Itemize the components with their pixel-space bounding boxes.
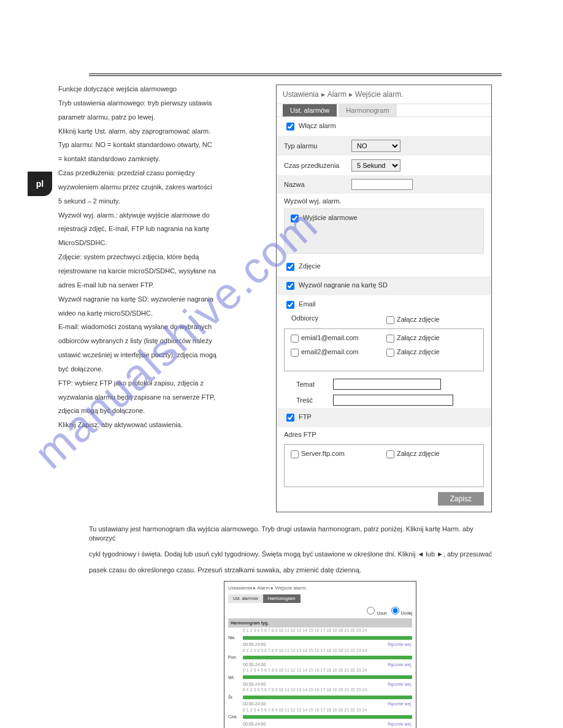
p: rejestracji zdjęć, E-mail, FTP lub nagra… — [58, 224, 270, 233]
content-input[interactable] — [333, 395, 453, 406]
p: wideo na kartę microSD/SDHC. — [58, 309, 270, 318]
p: 5 sekund – 2 minuty. — [58, 197, 270, 206]
ftp-label: FTP — [299, 413, 312, 420]
p: wyzwoleniem alarmu przez czujnik, zakres… — [58, 183, 270, 192]
email1: emial1@email.com — [301, 334, 359, 341]
ftp-address-label: Adres FTP — [277, 427, 491, 442]
breadcrumb: Ustawienia▸Alarm▸Wejście alarm. — [277, 85, 491, 104]
hold-time-label: Czas przedłużenia — [284, 162, 351, 169]
p: FTP: wybierz FTP jako protokół zapisu, z… — [58, 379, 270, 388]
manual-link[interactable]: Ręcznie wej. — [388, 721, 412, 727]
day-timebar[interactable] — [243, 675, 412, 679]
p: Czas przedłużenia: przedział czasu pomię… — [58, 169, 270, 178]
p: wyzwalania alarmu będą zapisane na serwe… — [58, 393, 270, 402]
p: Tryb ustawienia alarmowego: tryb pierwsz… — [58, 99, 270, 108]
trigger-sd-label: Wyzwól nagranie na kartę SD — [299, 281, 388, 289]
p: Zdjęcie: system przechwyci zdjęcia, któr… — [58, 252, 270, 262]
ftp-checkbox[interactable] — [286, 414, 294, 422]
email2: email2@email.com — [301, 348, 359, 355]
alarm-out-label: Wyjście alarmowe — [303, 214, 358, 221]
attach-pic: Załącz zdjęcie — [397, 334, 440, 341]
email2-checkbox[interactable] — [291, 349, 299, 357]
tab-alarm-settings[interactable]: Ust. alarmów — [283, 104, 337, 116]
language-tab: pl — [28, 172, 52, 196]
ftp-attach-checkbox[interactable] — [386, 450, 394, 458]
recipients-header: Odbiorcy — [291, 314, 384, 326]
day-timebar[interactable] — [243, 696, 412, 699]
alarm-out-checkbox[interactable] — [291, 214, 299, 222]
p: parametr alarmu, patrz po lewej. — [58, 113, 270, 122]
p: MicroSD/SDHC. — [58, 238, 270, 248]
alarm-type-select[interactable]: NO — [351, 140, 400, 152]
p: pasek czasu do określonego czasu. Przesu… — [89, 566, 502, 575]
p: Wyzwól wyj. alarm.: aktywuje wyjście ala… — [58, 211, 270, 220]
day-timebar[interactable] — [243, 715, 412, 719]
email2-attach-checkbox[interactable] — [386, 349, 394, 357]
p: rejestrowane na karcie microSD/SDHC, wys… — [58, 267, 270, 276]
email-checkbox[interactable] — [286, 301, 294, 309]
name-input[interactable] — [351, 179, 413, 190]
email-label: Email — [299, 300, 316, 308]
day-timebar[interactable] — [243, 656, 412, 659]
enable-alarm-checkbox[interactable] — [286, 123, 294, 131]
p: Funkcje dotyczące wejścia alarmowego — [58, 85, 270, 94]
day-timebar[interactable] — [243, 636, 412, 640]
erase-radio[interactable] — [367, 607, 375, 615]
save-button[interactable]: Zapisz — [438, 492, 484, 506]
p: odbiorców wybranych z listy (listę odbio… — [58, 336, 270, 346]
alarm-type-label: Typ alarmu — [284, 142, 351, 150]
manual-link[interactable]: Ręcznie wej. — [388, 662, 412, 667]
weekly-header: Harmonogram tyg. — [228, 618, 412, 628]
settings-panel: Ustawienia▸Alarm▸Wejście alarm. Ust. ala… — [276, 85, 492, 512]
content-label: Treść — [296, 396, 333, 404]
p: adres E-mail lub na serwer FTP. — [58, 281, 270, 290]
p: Typ alarmu: NO = kontakt standardowo otw… — [58, 140, 270, 150]
breadcrumb: Ustawienia ▸ Alarm ▸ Wejście alarm. — [228, 585, 412, 592]
manual-link[interactable]: Ręcznie wej. — [388, 701, 412, 707]
attach-pic-header-checkbox[interactable] — [386, 316, 394, 324]
schedule-panel: Ustawienia ▸ Alarm ▸ Wejście alarm. Ust.… — [224, 581, 416, 728]
manual-link[interactable]: Ręcznie wej. — [388, 642, 412, 647]
p: Tu ustawiany jest harmonogram dla wyjści… — [89, 525, 502, 543]
ftp-server: Server.ftp.com — [301, 450, 345, 457]
enable-alarm-label: Włącz alarm — [299, 122, 336, 129]
p: = kontakt standardowo zamknięty. — [58, 154, 270, 164]
name-label: Nazwa — [284, 181, 351, 188]
snapshot-label: Zdjęcie — [299, 262, 320, 270]
description-text: Funkcje dotyczące wejścia alarmowego Try… — [31, 85, 276, 434]
ftp-server-checkbox[interactable] — [291, 450, 299, 458]
p: Kliknij kartę Ust. alarm, aby zaprogramo… — [58, 127, 270, 136]
p: Kliknij Zapisz, aby aktywować ustawienia… — [58, 420, 270, 430]
header-rule — [89, 74, 502, 76]
p: być dołączone. — [58, 365, 270, 374]
subject-label: Temat — [296, 381, 333, 388]
p: E-mail: wiadomości zostaną wysłane do wy… — [58, 322, 270, 332]
attach-pic: Załącz zdjęcie — [397, 450, 440, 457]
attach-pic-header: Załącz zdjęcie — [397, 316, 440, 323]
tab-alarm-settings[interactable]: Ust. alarmów — [228, 594, 263, 602]
manual-link[interactable]: Ręcznie wej. — [388, 681, 412, 687]
email1-attach-checkbox[interactable] — [386, 335, 394, 343]
trigger-sd-checkbox[interactable] — [286, 282, 294, 290]
email1-checkbox[interactable] — [291, 335, 299, 343]
snapshot-checkbox[interactable] — [286, 263, 294, 271]
attach-pic: Załącz zdjęcie — [397, 348, 440, 355]
p: zdjęcia mogą być dołączone. — [58, 406, 270, 415]
hold-time-select[interactable]: 5 Sekund — [351, 159, 400, 172]
add-radio[interactable] — [391, 607, 399, 615]
tab-schedule[interactable]: Harmonogram — [263, 594, 301, 602]
subject-input[interactable] — [333, 379, 441, 390]
p: Wyzwól nagranie na kartę SD: wyzwolenie … — [58, 295, 270, 304]
tab-schedule[interactable]: Harmonogram — [339, 104, 396, 116]
p: cykl tygodniowy i święta. Dodaj lub usuń… — [89, 550, 502, 559]
trigger-output-label: Wyzwól wyj. alarm. — [277, 194, 491, 208]
p: ustawić wcześniej w interfejsie poczty),… — [58, 351, 270, 360]
